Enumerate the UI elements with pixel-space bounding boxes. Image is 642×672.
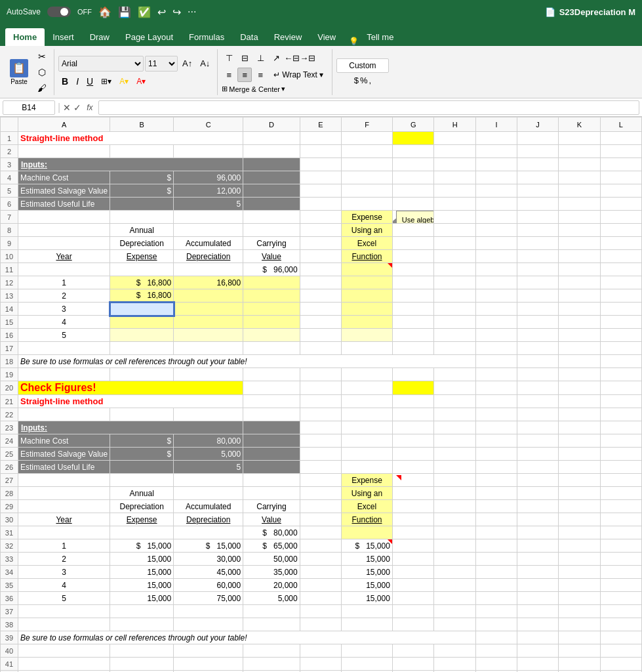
r2c3[interactable] xyxy=(174,145,243,158)
r17c10[interactable] xyxy=(517,342,558,355)
r10c4[interactable]: Value xyxy=(243,250,300,263)
r9c10[interactable] xyxy=(517,237,558,250)
r6c6[interactable] xyxy=(342,198,393,211)
r10c3[interactable]: Depreciation xyxy=(174,250,243,263)
r41c12[interactable] xyxy=(600,658,641,671)
r23c6[interactable] xyxy=(342,421,393,434)
r4c6[interactable] xyxy=(342,171,393,184)
r15c10[interactable] xyxy=(517,316,558,329)
r36c12[interactable] xyxy=(600,592,641,605)
r33c11[interactable] xyxy=(559,553,600,566)
r11c8[interactable] xyxy=(434,263,476,276)
r17c2[interactable] xyxy=(110,342,174,355)
indent-decrease-button[interactable]: ←⊟ xyxy=(285,51,299,65)
r10c7[interactable] xyxy=(392,250,434,263)
r37c5[interactable] xyxy=(300,605,341,618)
r7c3[interactable] xyxy=(174,211,243,224)
col-header-b[interactable]: B xyxy=(110,117,174,132)
undo-icon[interactable]: ↩ xyxy=(157,6,166,18)
r4c9[interactable] xyxy=(475,171,517,184)
align-bottom-button[interactable]: ⊥ xyxy=(253,51,268,65)
r32c6[interactable]: $ 15,000 xyxy=(342,539,393,553)
r34c4[interactable]: 35,000 xyxy=(243,566,300,579)
r14c12[interactable] xyxy=(600,303,641,316)
r2c4[interactable] xyxy=(243,145,300,158)
r17c7[interactable] xyxy=(392,342,434,355)
r5c11[interactable] xyxy=(559,184,600,198)
r27c10[interactable] xyxy=(517,474,558,487)
r39c12[interactable] xyxy=(600,631,641,644)
tab-review[interactable]: Review xyxy=(266,28,310,46)
r14c11[interactable] xyxy=(559,303,600,316)
r13c4[interactable] xyxy=(243,289,300,303)
r5c3[interactable]: 12,000 xyxy=(174,184,243,198)
r23c1[interactable]: Inputs: xyxy=(18,421,243,434)
r38c6[interactable] xyxy=(342,618,393,631)
r6c8[interactable] xyxy=(434,198,476,211)
r14c3[interactable] xyxy=(174,303,243,316)
r13c11[interactable] xyxy=(559,289,600,303)
r22c9[interactable] xyxy=(475,408,517,421)
r35c1[interactable]: 4 xyxy=(18,579,110,592)
r20c5[interactable] xyxy=(300,381,341,395)
r36c5[interactable] xyxy=(300,592,341,605)
r25c12[interactable] xyxy=(600,448,641,461)
wrap-text-button[interactable]: ↵ Wrap Text ▾ xyxy=(269,68,328,82)
r18c10[interactable] xyxy=(517,355,558,368)
r12c9[interactable] xyxy=(475,276,517,289)
increase-font-button[interactable]: A↑ xyxy=(179,56,195,70)
r6c5[interactable] xyxy=(300,198,341,211)
r31c11[interactable] xyxy=(559,526,600,539)
r32c3[interactable]: $ 15,000 xyxy=(174,539,243,553)
r28c11[interactable] xyxy=(559,487,600,500)
r37c4[interactable] xyxy=(243,605,300,618)
r9c5[interactable] xyxy=(300,237,341,250)
r4c7[interactable] xyxy=(392,171,434,184)
decrease-font-button[interactable]: A↓ xyxy=(197,56,213,70)
r4c12[interactable] xyxy=(600,171,641,184)
r26c3[interactable]: 5 xyxy=(174,461,243,474)
r18c12[interactable] xyxy=(600,355,641,368)
r7c1[interactable] xyxy=(18,211,110,224)
r41c6[interactable] xyxy=(342,658,393,671)
r2c12[interactable] xyxy=(600,145,641,158)
r4c2[interactable]: $ xyxy=(110,171,174,184)
r1c12[interactable] xyxy=(600,132,641,145)
r15c6[interactable] xyxy=(342,316,393,329)
r2c6[interactable] xyxy=(342,145,393,158)
r36c11[interactable] xyxy=(559,592,600,605)
align-left-button[interactable]: ≡ xyxy=(222,68,236,82)
col-header-e[interactable]: E xyxy=(300,117,341,132)
r18c11[interactable] xyxy=(559,355,600,368)
r9c4[interactable]: Carrying xyxy=(243,237,300,250)
align-center-button[interactable]: ≡ xyxy=(237,68,252,82)
r16c3[interactable] xyxy=(174,329,243,342)
r3c8[interactable] xyxy=(434,158,476,171)
r3c5[interactable] xyxy=(300,158,341,171)
r35c10[interactable] xyxy=(517,579,558,592)
r20c4[interactable] xyxy=(243,381,300,395)
r31c4[interactable]: $ 80,000 xyxy=(243,526,300,539)
r26c1[interactable]: Estimated Useful Life xyxy=(18,461,110,474)
r40c3[interactable] xyxy=(174,644,243,658)
r10c11[interactable] xyxy=(559,250,600,263)
r8c7[interactable] xyxy=(392,224,434,237)
r30c2[interactable]: Expense xyxy=(110,513,174,526)
r24c7[interactable] xyxy=(392,434,434,448)
r22c7[interactable] xyxy=(392,408,434,421)
text-direction-button[interactable]: ↗ xyxy=(269,51,283,65)
r11c5[interactable] xyxy=(300,263,341,276)
r1c8[interactable] xyxy=(434,132,476,145)
r27c3[interactable] xyxy=(174,474,243,487)
r4c5[interactable] xyxy=(300,171,341,184)
r25c1[interactable]: Estimated Salvage Value xyxy=(18,448,110,461)
r5c4[interactable] xyxy=(243,184,300,198)
r4c8[interactable] xyxy=(434,171,476,184)
r8c12[interactable] xyxy=(600,224,641,237)
r30c4[interactable]: Value xyxy=(243,513,300,526)
r24c1[interactable]: Machine Cost xyxy=(18,434,110,448)
r35c5[interactable] xyxy=(300,579,341,592)
r21c7[interactable] xyxy=(392,395,434,408)
r13c6[interactable] xyxy=(342,289,393,303)
r35c7[interactable] xyxy=(392,579,434,592)
